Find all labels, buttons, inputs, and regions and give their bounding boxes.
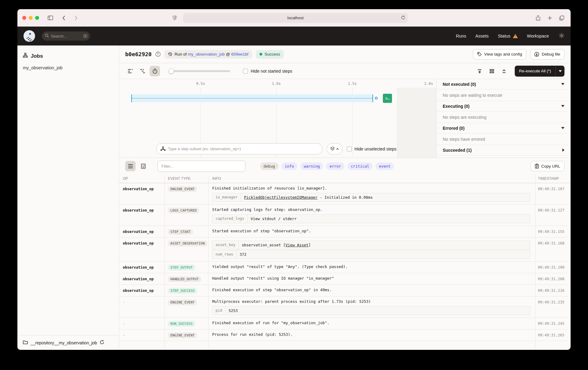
metadata-link[interactable]: PickledObjectFilesystemIOManager: [244, 195, 318, 200]
log-timestamp[interactable]: 09:49:31.190: [538, 265, 564, 270]
log-row[interactable]: observation_opLOGS_CAPTUREDStarted captu…: [119, 205, 571, 226]
log-row[interactable]: observation_opSTEP_OUTPUTYielded output …: [119, 262, 571, 273]
settings-gear-icon[interactable]: [559, 33, 564, 39]
log-timestamp[interactable]: 09:49:31.155: [538, 230, 564, 234]
panel-section-header[interactable]: Executing (0): [437, 101, 571, 111]
run-header: b0e62920 Run of my_observation_job @ 659…: [119, 45, 571, 63]
reexecute-all-button[interactable]: Re-execute All (*): [515, 66, 555, 77]
log-row[interactable]: observation_opSTEP_STARTStarted executio…: [119, 226, 571, 238]
log-timestamp[interactable]: 09:49:31.107: [538, 187, 564, 191]
reload-icon[interactable]: [401, 16, 405, 20]
log-level-chip-info[interactable]: info: [281, 162, 297, 170]
sidebar-toggle-icon[interactable]: [46, 14, 55, 22]
event-type-tag: STEP_START: [168, 229, 193, 235]
nav-assets[interactable]: Assets: [475, 34, 489, 38]
log-timestamp[interactable]: 09:49:31.216: [538, 288, 564, 293]
metadata-link[interactable]: View Asset: [285, 243, 308, 247]
share-icon[interactable]: [533, 14, 543, 22]
status-badge: Success: [256, 50, 284, 59]
screen: localhost Search... /: [0, 0, 588, 370]
commit-link[interactable]: 659ee1bf: [231, 52, 248, 56]
panel-section-header[interactable]: Not executed (0): [437, 79, 571, 89]
reexecute-dropdown-button[interactable]: [555, 66, 564, 77]
split-rows-icon[interactable]: [487, 66, 497, 76]
log-level-chip-debug[interactable]: debug: [260, 162, 278, 170]
log-timestamp[interactable]: 09:49:31.127: [538, 208, 564, 212]
caret-down-icon[interactable]: [561, 127, 564, 129]
waterfall-view-icon[interactable]: [137, 66, 148, 76]
minimize-window-button[interactable]: [29, 16, 33, 20]
log-row[interactable]: -ENGINE_EVENTProcess for run exited (pid…: [119, 329, 571, 341]
col-timestamp: TIMESTAMP: [535, 174, 571, 183]
flat-view-icon[interactable]: [125, 66, 136, 76]
step-box-observation-op[interactable]: o…: [383, 94, 392, 103]
log-level-chip-event[interactable]: event: [376, 162, 394, 170]
log-row[interactable]: observation_opSTEP_SUCCESSFinished execu…: [119, 285, 571, 296]
run-info-icon[interactable]: [155, 52, 161, 57]
collapse-all-icon[interactable]: [474, 66, 485, 76]
log-timestamp[interactable]: 09:49:31.265: [538, 333, 564, 337]
event-type-tag: ENGINE_EVENT: [168, 299, 197, 305]
zoom-slider[interactable]: [169, 70, 230, 72]
log-level-chip-error[interactable]: error: [326, 162, 344, 170]
back-button[interactable]: [59, 14, 68, 22]
forward-button[interactable]: [71, 14, 81, 22]
search-shortcut-kbd: /: [83, 34, 88, 38]
repository-name: __repository__my_observation_job: [31, 340, 97, 345]
sidebar-title: Jobs: [31, 53, 43, 59]
step-duration-bar[interactable]: [131, 94, 373, 102]
metadata-value: 372: [237, 250, 250, 259]
caret-down-icon[interactable]: [561, 105, 564, 107]
log-op-name: observation_op: [123, 187, 154, 191]
search-input[interactable]: Search... /: [42, 31, 90, 41]
sidebar-item-job[interactable]: my_observation_job: [17, 59, 119, 70]
log-timestamp[interactable]: 09:49:31.168: [538, 241, 564, 245]
debug-file-button[interactable]: Debug file: [530, 49, 564, 60]
event-type-tag: ENGINE_EVENT: [168, 186, 197, 192]
timing-view-icon[interactable]: [150, 66, 160, 76]
log-row[interactable]: observation_opHANDLED_OUTPUTHandled outp…: [119, 273, 571, 285]
log-timestamp[interactable]: 09:49:31.208: [538, 277, 564, 281]
log-timestamp[interactable]: 09:49:31.245: [538, 321, 564, 326]
view-tags-config-button[interactable]: View tags and config: [473, 49, 526, 60]
log-op-name: -: [123, 321, 125, 326]
log-message: Yielded output "result" of type "Any". (…: [212, 264, 532, 269]
hide-unselected-checkbox[interactable]: [347, 147, 352, 151]
refresh-icon[interactable]: [100, 340, 104, 345]
log-row[interactable]: observation_opENGINE_EVENTFinished initi…: [119, 183, 571, 205]
dagster-logo[interactable]: [24, 30, 35, 42]
tab-overview-icon[interactable]: [557, 14, 566, 22]
panel-section-header[interactable]: Succeeded (1): [437, 145, 571, 155]
zoom-slider-thumb[interactable]: [169, 68, 174, 74]
zoom-window-button[interactable]: [35, 16, 39, 20]
log-row[interactable]: -ENGINE_EVENTMultiprocess executor: pare…: [119, 296, 571, 318]
log-filter-input[interactable]: Filter...: [158, 161, 245, 172]
nav-runs[interactable]: Runs: [456, 34, 466, 38]
address-bar[interactable]: localhost: [183, 13, 408, 23]
window-controls: [22, 16, 39, 20]
log-structured-view-icon[interactable]: [138, 161, 148, 171]
event-type-tag: STEP_OUTPUT: [168, 265, 195, 270]
repository-row[interactable]: __repository__my_observation_job: [17, 335, 119, 350]
folder-icon: [23, 340, 28, 345]
graph-query-toggle-button[interactable]: [327, 143, 343, 154]
nav-status[interactable]: Status: [498, 34, 518, 38]
job-link[interactable]: my_observation_job: [188, 52, 225, 56]
log-list-view-icon[interactable]: [125, 161, 136, 171]
hide-not-started-checkbox[interactable]: [243, 69, 248, 74]
log-level-chip-critical[interactable]: critical: [347, 162, 372, 170]
log-row[interactable]: -RUN_SUCCESSFinished execution of run fo…: [119, 318, 571, 329]
close-window-button[interactable]: [22, 16, 26, 20]
log-table-header: OP EVENT TYPE INFO TIMESTAMP: [119, 174, 571, 183]
nav-workspace[interactable]: Workspace: [527, 34, 549, 38]
copy-url-button[interactable]: Copy URL: [531, 161, 564, 171]
caret-down-icon[interactable]: [561, 83, 564, 85]
step-subset-input[interactable]: Type a step subset (ex: observation_op+): [156, 143, 322, 154]
panel-section-header[interactable]: Errored (0): [437, 123, 571, 133]
new-tab-icon[interactable]: [545, 14, 554, 22]
log-row[interactable]: observation_opASSET_OBSERVATIONasset_key…: [119, 238, 571, 262]
log-timestamp[interactable]: 09:49:31.235: [538, 300, 564, 304]
log-level-chip-warning[interactable]: warning: [300, 162, 323, 170]
caret-right-icon[interactable]: [562, 148, 564, 152]
expand-up-icon[interactable]: [499, 66, 509, 76]
